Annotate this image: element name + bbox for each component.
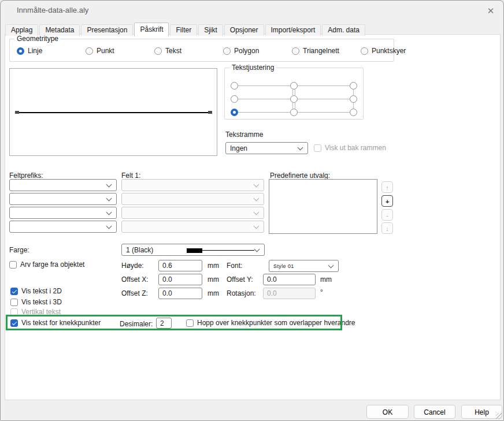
visk-ut-label: Visk ut bak rammen bbox=[325, 144, 386, 152]
tab-opsjoner[interactable]: Opsjoner bbox=[224, 24, 264, 36]
radio-punkt[interactable]: Punkt bbox=[86, 47, 114, 55]
offset-x-input[interactable] bbox=[158, 274, 202, 285]
hoyde-input[interactable] bbox=[158, 260, 202, 271]
felt1-combo-2[interactable] bbox=[121, 193, 264, 205]
align-top-left-radio[interactable] bbox=[231, 82, 238, 90]
radio-triangelnett[interactable]: Triangelnett bbox=[292, 47, 339, 55]
alignment-connector bbox=[292, 103, 293, 109]
radio-punktskyer[interactable]: Punktskyer bbox=[361, 47, 406, 55]
arv-farge-label: Arv farge fra objektet bbox=[20, 260, 84, 269]
feltprefiks-label: Feltprefiks: bbox=[9, 172, 43, 180]
feltprefiks-combo-1[interactable] bbox=[9, 179, 117, 191]
font-combo[interactable]: Style 01 bbox=[269, 260, 339, 272]
align-bottom-center-radio[interactable] bbox=[290, 109, 298, 116]
chevron-down-icon bbox=[106, 182, 112, 188]
radio-triangelnett-label: Triangelnett bbox=[303, 47, 339, 55]
offset-x-label: Offset X: bbox=[121, 275, 148, 284]
chevron-down-icon bbox=[254, 223, 260, 229]
move-down-button[interactable]: ↓ bbox=[381, 222, 393, 234]
font-label: Font: bbox=[227, 262, 242, 270]
farge-combo[interactable]: 1 (Black) bbox=[121, 244, 265, 256]
tab-sjikt[interactable]: Sjikt bbox=[198, 24, 223, 36]
text-preview-canvas bbox=[9, 68, 217, 156]
offset-z-input[interactable] bbox=[158, 288, 202, 299]
felt1-combo-3[interactable] bbox=[121, 207, 264, 219]
chevron-down-icon bbox=[254, 247, 260, 252]
preview-line-start-mark bbox=[15, 111, 19, 114]
rotasjon-input[interactable] bbox=[263, 288, 316, 299]
felt1-combo-1[interactable] bbox=[121, 179, 264, 191]
tab-filter[interactable]: Filter bbox=[170, 24, 197, 36]
predefinerte-listbox[interactable] bbox=[269, 179, 377, 234]
chevron-down-icon bbox=[298, 145, 303, 151]
vis-knekkpunkter-checkbox[interactable]: Vis tekst for knekkpunkter bbox=[10, 319, 101, 327]
radio-punkt-icon bbox=[86, 47, 93, 55]
tab-applag[interactable]: Applag bbox=[5, 24, 38, 36]
radio-tekst[interactable]: Tekst bbox=[154, 47, 181, 55]
offset-y-label: Offset Y: bbox=[227, 275, 253, 284]
tab-paskrift[interactable]: Påskrift bbox=[134, 23, 169, 36]
visk-ut-checkbox[interactable]: Visk ut bak rammen bbox=[314, 144, 386, 152]
move-up-button[interactable]: ↑ bbox=[381, 181, 393, 193]
arv-farge-checkbox-box bbox=[9, 261, 17, 269]
close-icon[interactable]: ✕ bbox=[485, 5, 496, 17]
feltprefiks-combo-2[interactable] bbox=[9, 193, 117, 205]
tekstramme-combo[interactable]: Ingen bbox=[225, 142, 308, 154]
align-middle-center-radio[interactable] bbox=[290, 95, 298, 103]
tab-import-eksport[interactable]: Import/eksport bbox=[265, 24, 321, 36]
vertikal-tekst-checkbox[interactable]: Vertikal tekst bbox=[10, 308, 61, 316]
felt1-combo-4[interactable] bbox=[121, 221, 264, 233]
farge-value: 1 (Black) bbox=[126, 246, 153, 254]
color-swatch-line bbox=[202, 250, 254, 251]
vis-knekkpunkter-checkbox-box bbox=[10, 319, 18, 327]
tab-adm-data[interactable]: Adm. data bbox=[322, 24, 365, 36]
farge-label: Farge: bbox=[9, 246, 29, 254]
cancel-button[interactable]: Cancel bbox=[414, 405, 455, 419]
tekstramme-value: Ingen bbox=[230, 144, 247, 152]
vis-tekst-2d-label: Vis tekst i 2D bbox=[21, 287, 62, 295]
radio-polygon[interactable]: Polygon bbox=[223, 47, 259, 55]
hopp-over-checkbox[interactable]: Hopp over knekkpunkter som overlapper hv… bbox=[186, 319, 355, 327]
chevron-down-icon bbox=[106, 223, 112, 229]
radio-polygon-icon bbox=[223, 47, 231, 55]
align-middle-right-radio[interactable] bbox=[350, 95, 357, 103]
vis-tekst-2d-checkbox[interactable]: Vis tekst i 2D bbox=[10, 287, 62, 295]
offset-x-unit: mm bbox=[207, 275, 219, 284]
align-middle-left-radio[interactable] bbox=[231, 95, 238, 103]
chevron-down-icon bbox=[106, 196, 112, 202]
radio-tekst-icon bbox=[154, 47, 162, 55]
alignment-connector bbox=[295, 103, 295, 109]
align-bottom-right-radio[interactable] bbox=[350, 109, 357, 116]
hopp-over-label: Hopp over knekkpunkter som overlapper hv… bbox=[197, 319, 355, 327]
vertikal-tekst-checkbox-box bbox=[10, 308, 18, 316]
tab-metadata[interactable]: Metadata bbox=[39, 24, 80, 36]
vis-tekst-3d-checkbox[interactable]: Vis tekst i 3D bbox=[10, 298, 62, 306]
align-top-right-radio[interactable] bbox=[350, 82, 357, 90]
predefinerte-label: Predefinerte utvalg: bbox=[270, 172, 330, 180]
titlebar: Innmålte-data-alle.aly ✕ bbox=[1, 1, 503, 22]
vertikal-tekst-label: Vertikal tekst bbox=[21, 308, 61, 316]
vis-tekst-2d-checkbox-box bbox=[10, 288, 18, 295]
geometry-group: Geometritype Linje Punkt Tekst Polygon T… bbox=[9, 39, 394, 62]
alignment-group: Tekstjustering bbox=[224, 68, 364, 120]
resize-grip[interactable] bbox=[496, 413, 502, 419]
align-top-center-radio[interactable] bbox=[290, 82, 298, 90]
align-bottom-left-radio[interactable] bbox=[231, 109, 238, 116]
chevron-down-icon bbox=[106, 210, 112, 215]
add-button[interactable]: + bbox=[381, 195, 393, 207]
offset-y-input[interactable] bbox=[263, 274, 316, 285]
chevron-down-icon bbox=[328, 263, 334, 269]
arv-farge-checkbox[interactable]: Arv farge fra objektet bbox=[9, 260, 84, 269]
felt1-label: Felt 1: bbox=[121, 172, 140, 180]
remove-button[interactable]: - bbox=[381, 209, 393, 221]
feltprefiks-combo-4[interactable] bbox=[9, 221, 117, 233]
radio-linje[interactable]: Linje bbox=[17, 47, 42, 55]
alignment-connector bbox=[353, 103, 354, 109]
tab-presentasjon[interactable]: Presentasjon bbox=[81, 24, 133, 36]
desimaler-input[interactable] bbox=[156, 318, 172, 329]
radio-polygon-label: Polygon bbox=[234, 47, 259, 55]
hoyde-label: Høyde: bbox=[121, 262, 144, 270]
feltprefiks-combo-3[interactable] bbox=[9, 207, 117, 219]
alignment-group-label: Tekstjustering bbox=[229, 64, 276, 72]
ok-button[interactable]: OK bbox=[366, 405, 409, 419]
